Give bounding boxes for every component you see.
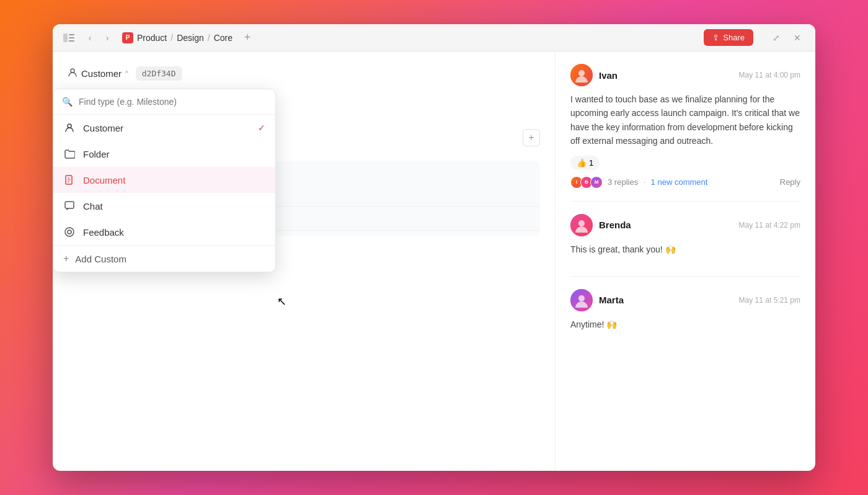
breadcrumb-core[interactable]: Core: [214, 33, 232, 43]
search-icon: 🔍: [62, 97, 73, 107]
dropdown-document-label: Document: [83, 175, 125, 185]
mouse-cursor: ↖: [277, 295, 286, 308]
svg-rect-0: [63, 33, 68, 42]
svg-point-18: [578, 295, 585, 301]
reply-avatar-3: M: [590, 176, 603, 189]
id-badge: d2Df34D: [136, 66, 182, 81]
comment-author-ivan: Ivan: [570, 64, 618, 86]
svg-rect-1: [69, 34, 74, 35]
reply-avatars: I B M: [570, 176, 603, 189]
svg-point-14: [578, 70, 585, 76]
breadcrumb-sep1: /: [170, 33, 173, 43]
type-label: Customer: [81, 68, 122, 79]
feedback-icon: [63, 226, 76, 238]
left-panel: Customer ^ d2Df34D ...unch Marketing + F…: [53, 51, 555, 471]
breadcrumb: P Product / Design / Core: [122, 32, 232, 43]
add-tab-button[interactable]: +: [240, 30, 255, 45]
expand-button[interactable]: ⤢: [768, 30, 784, 46]
avatar-ivan: [570, 64, 593, 86]
svg-rect-3: [69, 40, 74, 42]
right-panel: Ivan May 11 at 4:00 pm I wanted to touch…: [555, 51, 815, 471]
document-icon: [63, 174, 76, 186]
comment-footer-ivan: I B M 3 replies · 1 new comment Reply: [570, 176, 800, 189]
dropdown-feedback-label: Feedback: [83, 227, 124, 238]
type-selector-row: Customer ^ d2Df34D: [68, 66, 540, 81]
comment-name-ivan: Ivan: [599, 70, 618, 81]
svg-point-11: [65, 228, 74, 236]
check-icon: ✓: [258, 123, 265, 133]
svg-rect-2: [69, 37, 74, 38]
thumbsup-reaction[interactable]: 👍 1: [570, 156, 600, 170]
breadcrumb-sep2: /: [208, 33, 210, 43]
add-custom-label: Add Custom: [75, 254, 126, 264]
back-button[interactable]: ‹: [82, 30, 97, 45]
window-controls: ⤢ ✕: [768, 30, 805, 46]
type-dropdown: 🔍 Customer ✓: [53, 89, 276, 272]
add-content-button[interactable]: +: [523, 129, 540, 146]
person-icon: [68, 68, 78, 79]
dropdown-item-folder[interactable]: Folder: [53, 141, 275, 167]
comment-author-marta: Marta: [570, 289, 624, 311]
comment-block-ivan: Ivan May 11 at 4:00 pm I wanted to touch…: [570, 64, 800, 202]
dropdown-folder-label: Folder: [83, 149, 110, 159]
add-custom-button[interactable]: + Add Custom: [53, 246, 275, 272]
comment-header-brenda: Brenda May 11 at 4:22 pm: [570, 214, 800, 236]
dropdown-chat-label: Chat: [83, 201, 103, 212]
comment-header-marta: Marta May 11 at 5:21 pm: [570, 289, 800, 311]
dropdown-item-chat[interactable]: Chat: [53, 193, 275, 219]
comment-text-ivan: I wanted to touch base as we finalize pl…: [570, 92, 800, 148]
comment-time-ivan: May 11 at 4:00 pm: [739, 71, 800, 79]
avatar-marta: [570, 289, 593, 311]
comment-time-brenda: May 11 at 4:22 pm: [739, 221, 800, 230]
sidebar-toggle-button[interactable]: [63, 32, 75, 44]
share-icon: ⇪: [712, 33, 719, 42]
breadcrumb-design[interactable]: Design: [177, 33, 204, 43]
new-comment-link[interactable]: 1 new comment: [651, 177, 708, 187]
svg-rect-10: [65, 202, 74, 208]
dropdown-customer-label: Customer: [83, 123, 123, 133]
comment-author-brenda: Brenda: [570, 214, 631, 236]
svg-point-12: [68, 230, 71, 234]
browser-window: ‹ › P Product / Design / Core + ⇪ Share …: [53, 24, 815, 471]
plus-icon: +: [63, 253, 69, 264]
dropdown-search-row: 🔍: [53, 89, 275, 115]
share-button[interactable]: ⇪ Share: [704, 29, 753, 46]
separator: ·: [643, 177, 645, 188]
dropdown-item-document[interactable]: Document: [53, 167, 275, 193]
svg-point-16: [578, 220, 585, 226]
nav-arrows: ‹ ›: [82, 30, 115, 45]
breadcrumb-product[interactable]: Product: [137, 33, 167, 43]
chat-icon: [63, 200, 76, 212]
product-icon: P: [122, 32, 133, 43]
reaction-count: 1: [589, 158, 593, 167]
customer-icon: [63, 122, 76, 134]
dropdown-item-feedback[interactable]: Feedback: [53, 219, 275, 245]
chevron-up-icon: ^: [125, 70, 128, 77]
comment-reactions-ivan: 👍 1: [570, 156, 800, 170]
folder-icon: [63, 148, 76, 160]
forward-button[interactable]: ›: [100, 30, 115, 45]
reply-button-ivan[interactable]: Reply: [780, 177, 800, 187]
comment-name-marta: Marta: [599, 295, 624, 305]
comment-time-marta: May 11 at 5:21 pm: [739, 296, 800, 305]
thumbsup-emoji: 👍: [577, 158, 587, 167]
svg-point-5: [68, 124, 71, 128]
browser-toolbar: ‹ › P Product / Design / Core + ⇪ Share …: [53, 24, 815, 51]
comment-name-brenda: Brenda: [599, 220, 631, 230]
type-selector[interactable]: Customer ^: [68, 68, 128, 79]
comment-header-ivan: Ivan May 11 at 4:00 pm: [570, 64, 800, 86]
close-button[interactable]: ✕: [789, 30, 805, 46]
comment-block-brenda: Brenda May 11 at 4:22 pm This is great, …: [570, 214, 800, 277]
avatar-brenda: [570, 214, 593, 236]
dropdown-item-customer[interactable]: Customer ✓: [53, 115, 275, 141]
svg-point-4: [71, 69, 74, 73]
main-content: Customer ^ d2Df34D ...unch Marketing + F…: [53, 51, 815, 471]
comment-text-marta: Anytime! 🙌: [570, 318, 800, 331]
comment-text-brenda: This is great, thank you! 🙌: [570, 243, 800, 256]
type-search-input[interactable]: [79, 97, 267, 107]
comment-block-marta: Marta May 11 at 5:21 pm Anytime! 🙌: [570, 289, 800, 351]
replies-count: 3 replies: [608, 177, 638, 187]
